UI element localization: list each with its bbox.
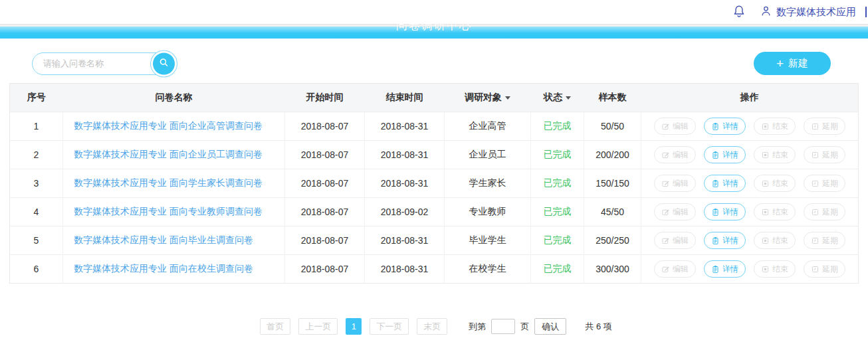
- action-button-delay[interactable]: 延期: [804, 146, 845, 163]
- action-label: 结束: [772, 178, 788, 189]
- notification-bell-button[interactable]: [732, 4, 746, 21]
- action-button-detail[interactable]: 详情: [704, 232, 746, 249]
- action-button-stop[interactable]: 结束: [754, 260, 796, 278]
- action-button-detail[interactable]: 详情: [704, 175, 746, 192]
- action-button-edit[interactable]: 编辑: [654, 175, 696, 192]
- plus-icon: +: [776, 57, 784, 70]
- action-button-edit[interactable]: 编辑: [654, 260, 696, 278]
- column-header-target[interactable]: 调研对象: [445, 84, 531, 112]
- search-box: [32, 52, 173, 75]
- table-header-row: 序号问卷名称开始时间结束时间调研对象状态样本数操作: [10, 84, 859, 112]
- user-icon: [760, 5, 772, 20]
- cell-end: 2018-08-31: [365, 141, 445, 169]
- prev-page-button[interactable]: 上一页: [298, 318, 338, 335]
- status-badge: 已完成: [544, 206, 572, 217]
- survey-name-link[interactable]: 数字媒体技术应用专业 面向企业高管调查问卷: [74, 120, 263, 131]
- survey-name-link[interactable]: 数字媒体技术应用专业 面向企业员工调查问卷: [74, 149, 263, 159]
- search-icon: [158, 57, 169, 70]
- action-label: 编辑: [673, 121, 689, 132]
- status-badge: 已完成: [544, 234, 572, 245]
- cell-name: 数字媒体技术应用专业 面向企业员工调查问卷: [63, 141, 285, 169]
- search-button[interactable]: [153, 52, 175, 74]
- goto-page-input[interactable]: [491, 319, 515, 334]
- cell-name: 数字媒体技术应用专业 面向学生家长调查问卷: [63, 169, 285, 198]
- action-button-detail[interactable]: 详情: [704, 260, 746, 278]
- cell-status: 已完成: [531, 226, 584, 255]
- current-page-button[interactable]: 1: [346, 318, 362, 335]
- detail-icon: [711, 265, 720, 274]
- action-button-stop[interactable]: 结束: [754, 232, 796, 249]
- stop-icon: [761, 151, 770, 159]
- account-menu[interactable]: 数字媒体技术应用: [760, 5, 856, 20]
- action-button-delay[interactable]: 延期: [804, 175, 845, 192]
- action-button-stop[interactable]: 结束: [754, 203, 796, 220]
- detail-icon: [711, 122, 720, 131]
- new-survey-button[interactable]: + 新建: [754, 52, 831, 75]
- edit-icon: [661, 236, 670, 245]
- action-label: 结束: [772, 207, 788, 218]
- search-input[interactable]: [33, 58, 138, 68]
- action-button-detail[interactable]: 详情: [704, 203, 746, 220]
- cell-seq: 6: [10, 255, 63, 284]
- action-label: 延期: [822, 264, 838, 275]
- table-row: 6数字媒体技术应用专业 面向在校生调查问卷2018-08-072018-08-3…: [10, 255, 859, 284]
- action-button-detail[interactable]: 详情: [704, 118, 746, 135]
- cell-end: 2018-08-31: [365, 226, 445, 255]
- survey-name-link[interactable]: 数字媒体技术应用专业 面向学生家长调查问卷: [74, 177, 263, 188]
- last-page-button[interactable]: 末页: [417, 318, 447, 335]
- sort-caret-icon[interactable]: [566, 96, 571, 100]
- cell-target: 毕业学生: [445, 226, 531, 255]
- action-label: 编辑: [673, 235, 689, 246]
- status-badge: 已完成: [544, 120, 572, 131]
- cell-start: 2018-08-07: [285, 226, 365, 255]
- survey-name-link[interactable]: 数字媒体技术应用专业 面向毕业生调查问卷: [74, 234, 253, 245]
- status-badge: 已完成: [544, 263, 572, 274]
- action-label: 结束: [772, 149, 788, 161]
- action-button-stop[interactable]: 结束: [754, 175, 796, 192]
- action-button-delay[interactable]: 延期: [804, 260, 845, 278]
- edit-icon: [661, 208, 670, 217]
- column-header-name: 问卷名称: [63, 84, 285, 112]
- detail-icon: [711, 151, 720, 159]
- column-header-start: 开始时间: [285, 84, 365, 112]
- survey-name-link[interactable]: 数字媒体技术应用专业 面向专业教师调查问卷: [74, 206, 263, 217]
- action-label: 详情: [722, 149, 738, 161]
- column-label-seq: 序号: [27, 92, 46, 102]
- action-button-edit[interactable]: 编辑: [654, 146, 696, 163]
- table-row: 2数字媒体技术应用专业 面向企业员工调查问卷2018-08-072018-08-…: [10, 141, 859, 169]
- action-button-delay[interactable]: 延期: [804, 203, 845, 220]
- action-button-edit[interactable]: 编辑: [654, 203, 696, 220]
- table-row: 5数字媒体技术应用专业 面向毕业生调查问卷2018-08-072018-08-3…: [10, 226, 859, 255]
- action-label: 编辑: [673, 207, 689, 218]
- survey-name-link[interactable]: 数字媒体技术应用专业 面向在校生调查问卷: [74, 263, 253, 274]
- column-header-status[interactable]: 状态: [531, 84, 584, 112]
- cell-actions: 编辑详情结束延期: [641, 169, 859, 198]
- action-button-edit[interactable]: 编辑: [654, 118, 696, 135]
- next-page-button[interactable]: 下一页: [370, 318, 409, 335]
- action-label: 延期: [822, 149, 838, 161]
- first-page-button[interactable]: 首页: [260, 318, 290, 335]
- cell-target: 企业员工: [445, 141, 531, 169]
- action-button-stop[interactable]: 结束: [754, 146, 796, 163]
- column-label-start: 开始时间: [306, 92, 344, 102]
- total-count-label: 共 6 项: [585, 321, 611, 333]
- cell-name: 数字媒体技术应用专业 面向专业教师调查问卷: [63, 198, 285, 226]
- cell-name: 数字媒体技术应用专业 面向在校生调查问卷: [63, 255, 285, 284]
- action-button-stop[interactable]: 结束: [754, 118, 796, 135]
- cell-status: 已完成: [531, 141, 584, 169]
- cell-target: 专业教师: [445, 198, 531, 226]
- cell-samples: 250/250: [584, 226, 641, 255]
- bell-icon: [732, 4, 746, 21]
- column-label-end: 结束时间: [386, 92, 423, 102]
- column-header-samples: 样本数: [584, 84, 641, 112]
- action-button-edit[interactable]: 编辑: [654, 232, 696, 249]
- sort-caret-icon[interactable]: [505, 96, 510, 100]
- cell-samples: 300/300: [584, 255, 641, 284]
- cell-target: 学生家长: [445, 169, 531, 198]
- status-badge: 已完成: [544, 177, 572, 188]
- confirm-goto-button[interactable]: 确认: [534, 318, 566, 335]
- action-button-delay[interactable]: 延期: [804, 118, 845, 135]
- action-label: 编辑: [673, 178, 689, 189]
- action-button-detail[interactable]: 详情: [704, 146, 746, 163]
- action-button-delay[interactable]: 延期: [804, 232, 845, 249]
